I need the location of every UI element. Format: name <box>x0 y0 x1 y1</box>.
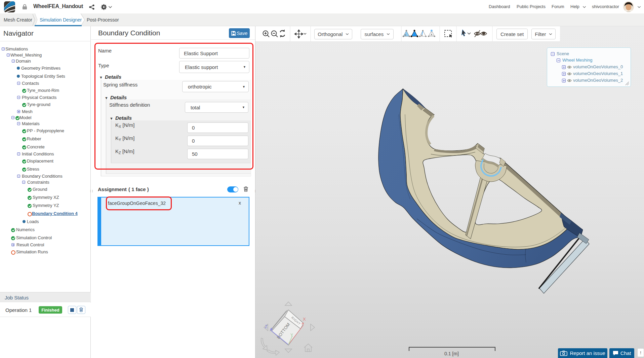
svg-text:Y: Y <box>290 333 293 337</box>
svg-text:Z: Z <box>265 324 268 329</box>
svg-text:X: X <box>303 317 306 322</box>
